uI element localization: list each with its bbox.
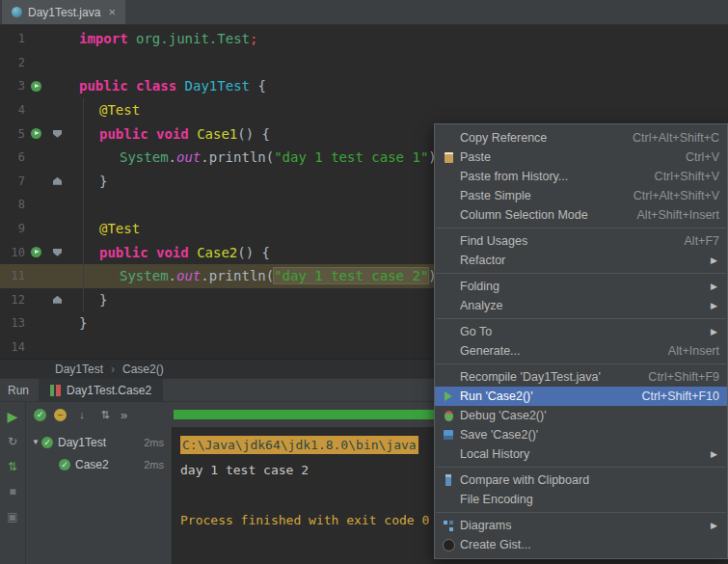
test-passed-icon: ✓	[41, 437, 53, 448]
tree-caret-icon[interactable]: ▼	[30, 438, 41, 446]
show-passed-icon[interactable]: ✓	[34, 409, 46, 421]
menu-item-create-gist[interactable]: Create Gist...	[435, 535, 727, 554]
run-test-gutter-icon[interactable]	[31, 247, 41, 257]
token: @Test	[99, 102, 140, 118]
menu-item-save-case2[interactable]: Save 'Case2()'	[435, 425, 727, 444]
code-text: System.out.println("day 1 test case 1");	[73, 149, 445, 165]
editor-gutter: 10	[0, 240, 73, 264]
tab-day1test-java[interactable]: Day1Test.java ×	[2, 0, 125, 24]
code-line[interactable]: 1import org.junit.Test;	[0, 27, 728, 51]
menu-item-find-usages[interactable]: Find UsagesAlt+F7	[435, 231, 727, 251]
menu-item-local-history[interactable]: Local History▶	[435, 444, 727, 464]
token: .	[169, 268, 176, 283]
line-number: 11	[0, 269, 25, 282]
test-tree-row[interactable]: ▼✓Day1Test2ms	[26, 431, 172, 453]
stop-button[interactable]: ■	[0, 483, 25, 500]
menu-separator	[436, 273, 726, 274]
gutter-fold-slot	[53, 177, 69, 185]
fold-start-icon[interactable]	[53, 249, 62, 256]
fold-end-icon[interactable]	[53, 177, 62, 185]
run-test-gutter-icon[interactable]	[31, 128, 41, 139]
menu-icon-slot	[439, 254, 458, 267]
token: }	[99, 292, 107, 308]
menu-separator	[436, 467, 726, 468]
code-text: }	[73, 292, 107, 308]
menu-item-debug-case2[interactable]: Debug 'Case2()'	[435, 406, 727, 425]
breadcrumb-separator-icon: ›	[111, 363, 115, 376]
line-number: 5	[0, 127, 25, 141]
menu-item-label: Generate...	[460, 344, 521, 358]
menu-item-label: Create Gist...	[460, 538, 531, 551]
menu-item-run-case2[interactable]: Run 'Case2()'Ctrl+Shift+F10	[435, 387, 727, 406]
close-panel-button[interactable]: ▣	[0, 508, 25, 525]
code-line[interactable]: 3public class Day1Test {	[0, 74, 728, 98]
menu-item-label: Go To	[460, 325, 492, 338]
submenu-arrow-icon: ▶	[711, 449, 719, 459]
close-icon[interactable]: ×	[108, 6, 116, 18]
menu-item-shortcut: Alt+Shift+Insert	[637, 208, 719, 222]
context-menu: Copy ReferenceCtrl+Alt+Shift+CPasteCtrl+…	[434, 123, 728, 559]
menu-item-paste-simple[interactable]: Paste SimpleCtrl+Alt+Shift+V	[435, 186, 727, 205]
menu-separator	[436, 228, 726, 228]
menu-item-compare-with-clipboard[interactable]: Compare with Clipboard	[435, 470, 727, 490]
menu-icon-slot	[439, 299, 458, 312]
menu-item-analyze[interactable]: Analyze▶	[435, 296, 727, 315]
token: out	[176, 268, 201, 283]
menu-item-label: Paste Simple	[460, 189, 531, 202]
menu-icon-slot	[439, 208, 458, 222]
line-number: 10	[0, 246, 25, 259]
menu-icon-slot	[439, 344, 458, 358]
line-number: 9	[0, 222, 25, 235]
junit-config-icon	[50, 385, 61, 396]
editor-tab-bar: Day1Test.java ×	[0, 0, 728, 25]
track-running-test-button[interactable]: ⇅	[0, 458, 25, 475]
editor-gutter: 13	[0, 311, 73, 336]
menu-item-generate[interactable]: Generate...Alt+Insert	[435, 341, 727, 361]
rerun-test-button[interactable]: ▶	[0, 408, 25, 425]
fold-start-icon[interactable]	[53, 130, 62, 138]
menu-item-label: Local History	[460, 447, 529, 461]
sort-alphabetically-icon[interactable]: ⇅	[97, 407, 113, 422]
breadcrumb-method[interactable]: Case2()	[122, 363, 164, 376]
breadcrumb-class[interactable]: Day1Test	[55, 363, 103, 376]
menu-item-paste[interactable]: PasteCtrl+V	[435, 148, 727, 167]
code-line[interactable]: 4@Test	[0, 98, 728, 122]
run-config-tab[interactable]: Day1Test.Case2	[39, 379, 163, 401]
menu-item-diagrams[interactable]: Diagrams▶	[435, 516, 727, 535]
token: import	[79, 31, 136, 46]
test-tree-row[interactable]: ✓Case22ms	[26, 453, 172, 475]
line-number: 12	[0, 293, 25, 307]
menu-item-copy-reference[interactable]: Copy ReferenceCtrl+Alt+Shift+C	[435, 128, 727, 148]
line-number: 4	[0, 103, 25, 117]
fold-end-icon[interactable]	[53, 296, 62, 304]
run-panel-title: Run	[8, 384, 29, 397]
test-tree-toolbar: ✓–↓⇅»	[26, 407, 172, 422]
menu-icon-slot	[439, 493, 458, 506]
gutter-run-slot	[31, 247, 47, 257]
menu-item-go-to[interactable]: Go To▶	[435, 322, 727, 341]
paste-icon	[439, 150, 458, 164]
test-name: Day1Test	[58, 436, 106, 449]
menu-item-recompile-day1test[interactable]: Recompile 'Day1Test.java'Ctrl+Shift+F9	[435, 367, 727, 387]
rerun-failed-tests-button[interactable]: ↻	[0, 433, 25, 450]
menu-item-paste-from-history[interactable]: Paste from History...Ctrl+Shift+V	[435, 167, 727, 186]
more-toolbar-chevron[interactable]: »	[121, 407, 127, 422]
show-ignored-icon[interactable]: –	[54, 409, 67, 421]
run-test-gutter-icon[interactable]	[31, 81, 41, 92]
sort-by-duration-icon[interactable]: ↓	[74, 407, 90, 422]
editor-gutter: 11	[0, 264, 73, 288]
menu-item-label: Compare with Clipboard	[460, 473, 589, 487]
token: "day 1 test case 2"	[274, 268, 428, 283]
menu-icon-slot	[439, 170, 458, 183]
token: "day 1 test case 1"	[274, 149, 428, 165]
code-line[interactable]: 2	[0, 51, 728, 75]
menu-item-shortcut: Alt+Insert	[668, 344, 719, 358]
code-text: import org.junit.Test;	[73, 31, 257, 46]
menu-item-refactor[interactable]: Refactor▶	[435, 251, 727, 270]
gutter-fold-slot	[53, 130, 69, 138]
menu-item-folding[interactable]: Folding▶	[435, 277, 727, 296]
menu-item-label: Run 'Case2()'	[460, 389, 533, 403]
menu-item-column-selection-mode[interactable]: Column Selection ModeAlt+Shift+Insert	[435, 205, 727, 225]
token: ;	[250, 31, 257, 46]
menu-item-file-encoding[interactable]: File Encoding	[435, 490, 727, 509]
